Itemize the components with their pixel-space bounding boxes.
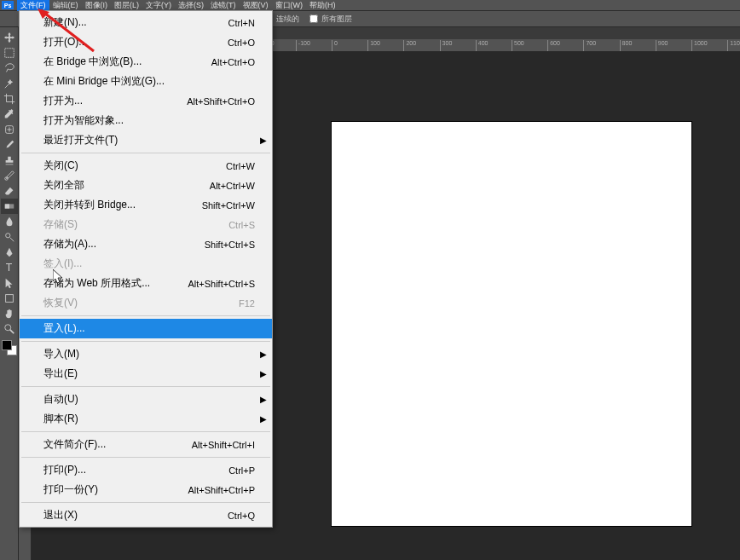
menu-item-label: 导入(M) — [43, 347, 79, 361]
opt-alllayers-checkbox[interactable] — [309, 14, 318, 23]
menu-item-shortcut: Shift+Ctrl+S — [205, 240, 255, 250]
ruler-tick: 500 — [512, 40, 524, 51]
menu-edit[interactable]: 编辑(E) — [49, 0, 82, 11]
menu-layer[interactable]: 图层(L) — [111, 0, 142, 11]
menu-item: 存储(S)Ctrl+S — [20, 215, 272, 234]
submenu-arrow-icon: ▶ — [260, 414, 267, 424]
tool-marquee[interactable] — [1, 45, 18, 61]
tool-history-brush[interactable] — [1, 168, 18, 183]
tool-brush[interactable] — [1, 137, 18, 153]
menu-item[interactable]: 打印一份(Y)Alt+Shift+Ctrl+P — [20, 480, 272, 499]
menu-item: 签入(I)... — [20, 254, 272, 274]
tool-pen[interactable] — [1, 245, 18, 260]
menu-item[interactable]: 打开(O)...Ctrl+O — [20, 32, 272, 52]
menu-item-shortcut: Alt+Ctrl+W — [210, 181, 255, 191]
tool-dodge[interactable] — [1, 229, 18, 245]
menu-item[interactable]: 打印(P)...Ctrl+P — [20, 460, 272, 480]
tool-zoom[interactable] — [1, 321, 18, 337]
menu-item-label: 在 Mini Bridge 中浏览(G)... — [43, 74, 165, 89]
ruler-tick: 700 — [583, 40, 596, 51]
menu-item-shortcut: Alt+Ctrl+O — [211, 57, 255, 67]
menu-item-label: 关闭(C) — [43, 159, 78, 173]
menu-item[interactable]: 新建(N)...Ctrl+N — [20, 13, 272, 32]
menu-item-label: 关闭全部 — [43, 178, 84, 193]
tool-hand[interactable] — [1, 306, 18, 321]
menu-item-label: 打印(P)... — [43, 463, 86, 477]
menubar: Ps 文件(F) 编辑(E) 图像(I) 图层(L) 文字(Y) 选择(S) 滤… — [0, 0, 740, 10]
menu-item[interactable]: 关闭(C)Ctrl+W — [20, 156, 272, 176]
menu-item-label: 置入(L)... — [43, 321, 85, 336]
color-swatch[interactable] — [2, 340, 17, 355]
menu-item[interactable]: 打开为智能对象... — [20, 111, 272, 130]
menu-item[interactable]: 存储为(A)...Shift+Ctrl+S — [20, 234, 272, 254]
menu-item-label: 文件简介(F)... — [43, 437, 106, 452]
menu-item[interactable]: 导出(E)▶ — [20, 364, 272, 384]
menu-item-label: 签入(I)... — [43, 257, 82, 271]
ruler-tick: 400 — [476, 40, 489, 51]
menu-separator — [21, 386, 270, 387]
menu-item[interactable]: 退出(X)Ctrl+Q — [20, 505, 272, 525]
menu-item-label: 退出(X) — [43, 508, 78, 522]
tool-stamp[interactable] — [1, 153, 18, 168]
menu-item[interactable]: 在 Mini Bridge 中浏览(G)... — [20, 72, 272, 91]
document-canvas[interactable] — [332, 122, 691, 526]
ruler-tick: 800 — [620, 40, 633, 51]
fg-color[interactable] — [2, 340, 12, 350]
menu-item[interactable]: 关闭并转到 Bridge...Shift+Ctrl+W — [20, 195, 272, 215]
ruler-tick: 300 — [440, 40, 453, 51]
menu-image[interactable]: 图像(I) — [82, 0, 112, 11]
menu-item[interactable]: 打开为...Alt+Shift+Ctrl+O — [20, 91, 272, 111]
menu-item[interactable]: 脚本(R)▶ — [20, 409, 272, 429]
svg-rect-0 — [5, 49, 14, 58]
menu-separator — [21, 341, 270, 342]
tool-wand[interactable] — [1, 76, 18, 91]
menu-window[interactable]: 窗口(W) — [272, 0, 307, 11]
menu-filter[interactable]: 滤镜(T) — [207, 0, 240, 11]
tool-heal[interactable] — [1, 122, 18, 137]
menu-item[interactable]: 自动(U)▶ — [20, 390, 272, 409]
tool-type[interactable]: T — [1, 260, 18, 275]
tool-crop[interactable] — [1, 91, 18, 107]
tool-gradient[interactable] — [1, 199, 18, 214]
ruler-tick: 1000 — [691, 40, 708, 51]
menu-item[interactable]: 导入(M)▶ — [20, 344, 272, 364]
menu-item: 恢复(V)F12 — [20, 293, 272, 313]
ruler-tick: 900 — [656, 40, 668, 51]
tool-eyedropper[interactable] — [1, 107, 18, 122]
ruler-tick: 1100 — [727, 40, 740, 51]
tool-eraser[interactable] — [1, 183, 18, 199]
menu-type[interactable]: 文字(Y) — [142, 0, 175, 11]
opt-contiguous-label: 连续的 — [276, 14, 299, 25]
menu-item-label: 存储为 Web 所用格式... — [43, 276, 150, 291]
menu-item-label: 关闭并转到 Bridge... — [43, 198, 136, 212]
tool-blur[interactable] — [1, 214, 18, 229]
menu-file[interactable]: 文件(F) — [17, 0, 49, 11]
svg-rect-7 — [6, 295, 14, 303]
menu-help[interactable]: 帮助(H) — [306, 0, 339, 11]
menu-item-label: 打开(O)... — [43, 35, 87, 49]
svg-rect-4 — [5, 204, 9, 208]
menu-item-shortcut: Ctrl+O — [228, 38, 255, 48]
ruler-tick: 0 — [332, 40, 338, 51]
menu-item-label: 脚本(R) — [43, 412, 78, 426]
menu-separator — [21, 153, 270, 153]
menu-item[interactable]: 文件简介(F)...Alt+Shift+Ctrl+I — [20, 435, 272, 454]
menu-separator — [21, 315, 270, 316]
tool-path-select[interactable] — [1, 275, 18, 291]
tool-shape[interactable] — [1, 291, 18, 306]
svg-text:T: T — [6, 262, 13, 274]
submenu-arrow-icon: ▶ — [260, 369, 267, 378]
menu-item[interactable]: 置入(L)... — [20, 319, 272, 338]
menu-view[interactable]: 视图(V) — [240, 0, 272, 11]
menu-select[interactable]: 选择(S) — [175, 0, 207, 11]
menu-item[interactable]: 关闭全部Alt+Ctrl+W — [20, 176, 272, 195]
menu-item[interactable]: 存储为 Web 所用格式...Alt+Shift+Ctrl+S — [20, 274, 272, 293]
menu-item[interactable]: 最近打开文件(T)▶ — [20, 130, 272, 150]
tool-lasso[interactable] — [1, 61, 18, 76]
menu-item-label: 打开为... — [43, 94, 83, 108]
tool-move[interactable] — [1, 30, 18, 45]
menu-separator — [21, 457, 270, 458]
menu-item-shortcut: Alt+Shift+Ctrl+P — [188, 485, 255, 495]
menu-item[interactable]: 在 Bridge 中浏览(B)...Alt+Ctrl+O — [20, 52, 272, 72]
menu-item-label: 存储(S) — [43, 217, 78, 232]
